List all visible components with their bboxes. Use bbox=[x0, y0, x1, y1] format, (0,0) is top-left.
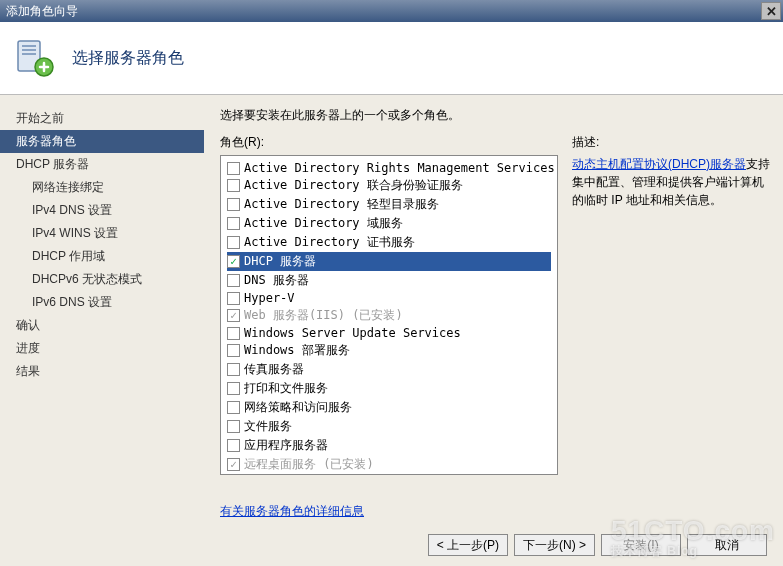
body: 开始之前服务器角色DHCP 服务器网络连接绑定IPv4 DNS 设置IPv4 W… bbox=[0, 95, 783, 566]
titlebar-text: 添加角色向导 bbox=[6, 3, 761, 20]
role-item[interactable]: Active Directory 联合身份验证服务 bbox=[227, 176, 551, 195]
checkbox-icon[interactable] bbox=[227, 179, 240, 192]
role-item[interactable]: Active Directory 域服务 bbox=[227, 214, 551, 233]
role-label: Active Directory 轻型目录服务 bbox=[244, 196, 439, 213]
cancel-button[interactable]: 取消 bbox=[687, 534, 767, 556]
description-link[interactable]: 动态主机配置协议(DHCP)服务器 bbox=[572, 157, 746, 171]
role-item[interactable]: Hyper-V bbox=[227, 290, 551, 306]
role-label: 应用程序服务器 bbox=[244, 437, 328, 454]
checkbox-icon bbox=[227, 458, 240, 471]
role-item[interactable]: Windows 部署服务 bbox=[227, 341, 551, 360]
svg-rect-1 bbox=[22, 45, 36, 47]
role-label: 文件服务 bbox=[244, 418, 292, 435]
checkbox-icon[interactable] bbox=[227, 274, 240, 287]
role-item[interactable]: Active Directory Rights Management Servi… bbox=[227, 160, 551, 176]
role-label: Windows Server Update Services bbox=[244, 326, 461, 340]
prev-button[interactable]: < 上一步(P) bbox=[428, 534, 508, 556]
sidebar-item[interactable]: DHCP 服务器 bbox=[0, 153, 204, 176]
roles-listbox[interactable]: Active Directory Rights Management Servi… bbox=[220, 155, 558, 475]
install-button: 安装(I) bbox=[601, 534, 681, 556]
main-panel: 选择要安装在此服务器上的一个或多个角色。 角色(R): Active Direc… bbox=[204, 95, 783, 566]
sidebar-item[interactable]: DHCP 作用域 bbox=[0, 245, 204, 268]
sidebar-item[interactable]: IPv4 DNS 设置 bbox=[0, 199, 204, 222]
role-item: 远程桌面服务 (已安装) bbox=[227, 455, 551, 474]
more-info-link-wrap: 有关服务器角色的详细信息 bbox=[220, 503, 558, 520]
role-label: Active Directory 联合身份验证服务 bbox=[244, 177, 463, 194]
role-label: 打印和文件服务 bbox=[244, 380, 328, 397]
svg-rect-2 bbox=[22, 49, 36, 51]
role-label: DNS 服务器 bbox=[244, 272, 309, 289]
checkbox-icon[interactable] bbox=[227, 327, 240, 340]
role-label: Hyper-V bbox=[244, 291, 295, 305]
checkbox-icon[interactable] bbox=[227, 162, 240, 175]
role-label: Active Directory 域服务 bbox=[244, 215, 403, 232]
instruction-text: 选择要安装在此服务器上的一个或多个角色。 bbox=[220, 107, 771, 124]
description-label: 描述: bbox=[572, 134, 771, 151]
role-item[interactable]: DHCP 服务器 bbox=[227, 252, 551, 271]
sidebar-item[interactable]: 确认 bbox=[0, 314, 204, 337]
checkbox-icon[interactable] bbox=[227, 382, 240, 395]
role-item[interactable]: 文件服务 bbox=[227, 417, 551, 436]
role-item[interactable]: Active Directory 证书服务 bbox=[227, 233, 551, 252]
svg-rect-3 bbox=[22, 53, 36, 55]
role-item[interactable]: 网络策略和访问服务 bbox=[227, 398, 551, 417]
sidebar-item[interactable]: IPv4 WINS 设置 bbox=[0, 222, 204, 245]
close-button[interactable]: ✕ bbox=[761, 2, 781, 20]
checkbox-icon bbox=[227, 309, 240, 322]
next-button[interactable]: 下一步(N) > bbox=[514, 534, 595, 556]
checkbox-icon[interactable] bbox=[227, 344, 240, 357]
more-info-link[interactable]: 有关服务器角色的详细信息 bbox=[220, 504, 364, 518]
sidebar-item[interactable]: DHCPv6 无状态模式 bbox=[0, 268, 204, 291]
sidebar: 开始之前服务器角色DHCP 服务器网络连接绑定IPv4 DNS 设置IPv4 W… bbox=[0, 95, 204, 566]
sidebar-item[interactable]: 结果 bbox=[0, 360, 204, 383]
role-label: Web 服务器(IIS) (已安装) bbox=[244, 307, 403, 324]
role-label: Active Directory Rights Management Servi… bbox=[244, 161, 555, 175]
role-item[interactable]: Windows Server Update Services bbox=[227, 325, 551, 341]
checkbox-icon[interactable] bbox=[227, 255, 240, 268]
checkbox-icon[interactable] bbox=[227, 439, 240, 452]
page-title: 选择服务器角色 bbox=[72, 48, 184, 69]
server-role-icon bbox=[14, 37, 56, 79]
sidebar-item[interactable]: IPv6 DNS 设置 bbox=[0, 291, 204, 314]
checkbox-icon[interactable] bbox=[227, 198, 240, 211]
sidebar-item[interactable]: 开始之前 bbox=[0, 107, 204, 130]
sidebar-item[interactable]: 服务器角色 bbox=[0, 130, 204, 153]
sidebar-item[interactable]: 网络连接绑定 bbox=[0, 176, 204, 199]
checkbox-icon[interactable] bbox=[227, 363, 240, 376]
role-item[interactable]: 传真服务器 bbox=[227, 360, 551, 379]
description-text: 动态主机配置协议(DHCP)服务器支持集中配置、管理和提供客户端计算机的临时 I… bbox=[572, 155, 771, 209]
sidebar-item[interactable]: 进度 bbox=[0, 337, 204, 360]
role-label: Active Directory 证书服务 bbox=[244, 234, 415, 251]
header: 选择服务器角色 bbox=[0, 22, 783, 95]
checkbox-icon[interactable] bbox=[227, 236, 240, 249]
role-item: Web 服务器(IIS) (已安装) bbox=[227, 306, 551, 325]
role-label: Windows 部署服务 bbox=[244, 342, 350, 359]
role-item[interactable]: Active Directory 轻型目录服务 bbox=[227, 195, 551, 214]
roles-label: 角色(R): bbox=[220, 134, 558, 151]
checkbox-icon[interactable] bbox=[227, 217, 240, 230]
checkbox-icon[interactable] bbox=[227, 401, 240, 414]
role-label: DHCP 服务器 bbox=[244, 253, 316, 270]
checkbox-icon[interactable] bbox=[227, 420, 240, 433]
role-label: 传真服务器 bbox=[244, 361, 304, 378]
titlebar: 添加角色向导 ✕ bbox=[0, 0, 783, 22]
role-item[interactable]: DNS 服务器 bbox=[227, 271, 551, 290]
checkbox-icon[interactable] bbox=[227, 292, 240, 305]
role-item[interactable]: 打印和文件服务 bbox=[227, 379, 551, 398]
role-label: 远程桌面服务 (已安装) bbox=[244, 456, 374, 473]
role-label: 网络策略和访问服务 bbox=[244, 399, 352, 416]
role-item[interactable]: 应用程序服务器 bbox=[227, 436, 551, 455]
wizard-buttons: < 上一步(P) 下一步(N) > 安装(I) 取消 bbox=[428, 534, 767, 556]
